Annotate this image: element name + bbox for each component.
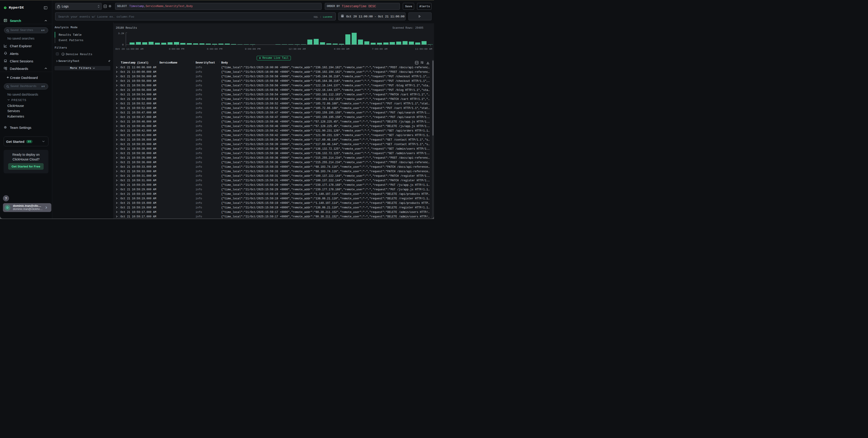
svg-text:?: ? — [5, 196, 7, 200]
